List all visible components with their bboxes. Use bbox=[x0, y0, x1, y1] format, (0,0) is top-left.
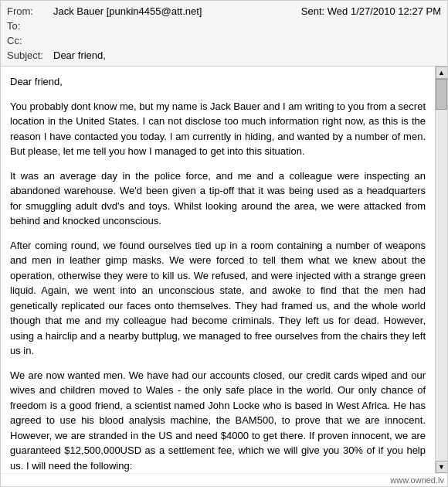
scroll-up-arrow[interactable]: ▲ bbox=[436, 66, 448, 79]
from-value: Jack Bauer [punkin4455@att.net] bbox=[53, 5, 301, 17]
scroll-track[interactable] bbox=[436, 79, 447, 461]
email-container: From: Jack Bauer [punkin4455@att.net] Se… bbox=[0, 0, 448, 487]
email-body[interactable]: Dear friend, You probably dont know me, … bbox=[1, 66, 435, 473]
subject-label: Subject: bbox=[7, 49, 53, 61]
from-label: From: bbox=[7, 5, 53, 17]
sent-value: Sent: Wed 1/27/2010 12:27 PM bbox=[301, 5, 441, 17]
greeting: Dear friend, bbox=[10, 74, 426, 90]
header-to-row: To: bbox=[7, 19, 441, 33]
paragraph4: We are now wanted men. We have had our a… bbox=[10, 368, 426, 474]
paragraph3: After coming round, we found ourselves t… bbox=[10, 238, 426, 359]
subject-value: Dear friend, bbox=[53, 49, 441, 61]
email-header: From: Jack Bauer [punkin4455@att.net] Se… bbox=[1, 1, 447, 66]
sent-date: Wed 1/27/2010 12:27 PM bbox=[328, 5, 441, 17]
cc-label: Cc: bbox=[7, 35, 53, 46]
header-from-row: From: Jack Bauer [punkin4455@att.net] Se… bbox=[7, 4, 441, 19]
scrollbar[interactable]: ▲ ▼ bbox=[435, 66, 447, 473]
header-subject-row: Subject: Dear friend, bbox=[7, 48, 441, 63]
paragraph1: You probably dont know me, but my name i… bbox=[10, 99, 426, 159]
scroll-down-arrow[interactable]: ▼ bbox=[436, 461, 448, 473]
sent-label: Sent: bbox=[301, 5, 324, 17]
to-label: To: bbox=[7, 20, 53, 32]
scroll-thumb[interactable] bbox=[436, 79, 447, 110]
email-body-wrapper: Dear friend, You probably dont know me, … bbox=[1, 66, 447, 473]
watermark: www.owned.lv bbox=[1, 473, 447, 486]
paragraph2: It was an average day in the police forc… bbox=[10, 169, 426, 229]
header-cc-row: Cc: bbox=[7, 33, 441, 48]
